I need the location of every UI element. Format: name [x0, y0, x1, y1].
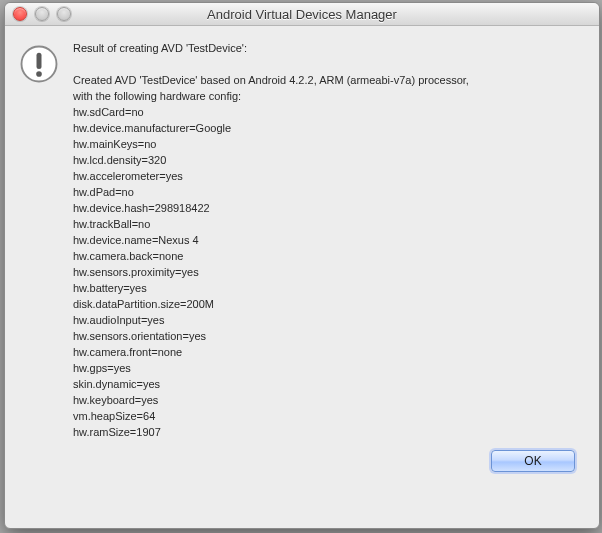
close-icon[interactable]: [13, 7, 27, 21]
config-line: hw.lcd.density=320: [73, 152, 581, 168]
dialog-window: Android Virtual Devices Manager Result o…: [4, 2, 600, 529]
config-line: hw.keyboard=yes: [73, 392, 581, 408]
config-line: skin.dynamic=yes: [73, 376, 581, 392]
config-line: hw.trackBall=no: [73, 216, 581, 232]
intro-line: Created AVD 'TestDevice' based on Androi…: [73, 72, 581, 88]
config-line: hw.gps=yes: [73, 360, 581, 376]
minimize-icon: [35, 7, 49, 21]
config-line: hw.ramSize=1907: [73, 424, 581, 440]
config-line: disk.dataPartition.size=200M: [73, 296, 581, 312]
config-line: hw.sensors.orientation=yes: [73, 328, 581, 344]
window-title: Android Virtual Devices Manager: [5, 7, 599, 22]
alert-icon: [19, 44, 59, 84]
result-intro: Created AVD 'TestDevice' based on Androi…: [73, 72, 581, 104]
config-line: hw.device.manufacturer=Google: [73, 120, 581, 136]
config-line: vm.heapSize=64: [73, 408, 581, 424]
intro-line: with the following hardware config:: [73, 88, 581, 104]
hardware-config-list: hw.sdCard=nohw.device.manufacturer=Googl…: [73, 104, 581, 440]
config-line: hw.camera.front=none: [73, 344, 581, 360]
config-line: hw.device.name=Nexus 4: [73, 232, 581, 248]
dialog-message: Result of creating AVD 'TestDevice': Cre…: [73, 40, 581, 440]
result-heading: Result of creating AVD 'TestDevice':: [73, 40, 581, 56]
config-line: hw.sdCard=no: [73, 104, 581, 120]
config-line: hw.device.hash=298918422: [73, 200, 581, 216]
config-line: hw.accelerometer=yes: [73, 168, 581, 184]
svg-rect-1: [37, 53, 42, 69]
config-line: hw.audioInput=yes: [73, 312, 581, 328]
config-line: hw.dPad=no: [73, 184, 581, 200]
config-line: hw.mainKeys=no: [73, 136, 581, 152]
ok-button[interactable]: OK: [491, 450, 575, 472]
zoom-icon: [57, 7, 71, 21]
config-line: hw.sensors.proximity=yes: [73, 264, 581, 280]
config-line: hw.camera.back=none: [73, 248, 581, 264]
config-line: hw.battery=yes: [73, 280, 581, 296]
titlebar: Android Virtual Devices Manager: [5, 3, 599, 26]
svg-point-2: [36, 71, 42, 77]
